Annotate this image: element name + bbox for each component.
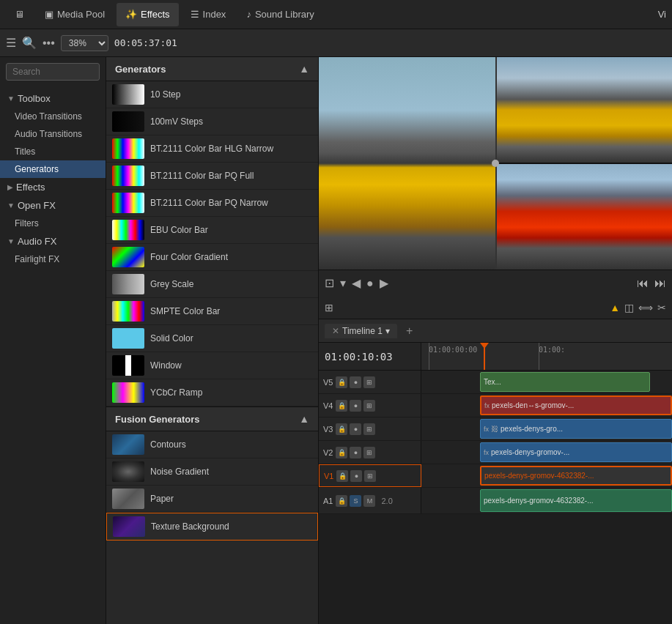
track-eye-btn-v1[interactable]: ● [350,470,362,482]
sidebar-item-generators[interactable]: Generators [0,160,106,178]
generator-item-solid[interactable]: Solid Color [106,325,318,352]
prev-frame-btn[interactable]: ◀ [352,276,361,290]
track-body-a1[interactable]: pexels-denys-gromov-4632382-... [421,488,672,513]
generator-item-10step[interactable]: 10 Step [106,81,318,108]
fusion-generator-item-noise[interactable]: Noise Gradient [106,458,318,486]
sidebar-item-fairlight-fx[interactable]: Fairlight FX [0,250,106,268]
next-frame-btn[interactable]: ▶ [380,276,388,290]
zoom-selector[interactable]: 38% 50% 100% [61,35,108,51]
timeline-tab[interactable]: ✕ Timeline 1 ▾ [325,324,397,338]
frame-selector-btn[interactable]: ⊡ [325,276,334,290]
track-eye-btn-v4[interactable]: ● [350,400,361,412]
sidebar-item-filters[interactable]: Filters [0,215,106,232]
track-clip-v1[interactable]: pexels-denys-gromov-4632382-... [480,466,672,486]
ruler-tick-1 [539,343,539,370]
fusion-generator-item-contours[interactable]: Contours [106,431,318,458]
track-clip-v4[interactable]: fx pexels-den↔s-gromov-... [480,395,672,415]
mark-btn[interactable]: ● [366,277,374,290]
generator-item-smpte[interactable]: SMPTE Color Bar [106,298,318,325]
generator-item-bt2111-pq[interactable]: BT.2111 Color Bar PQ Full [106,163,318,190]
generator-thumb-ycbcr [112,382,144,403]
track-clip-v3[interactable]: fx ⛓ pexels-denys-gro... [480,419,672,439]
track-lock-btn-v1[interactable]: 🔒 [336,470,348,482]
timeline-ruler[interactable]: 01:00:00:00 01:00: [421,343,672,370]
toolbox-label: Toolbox [18,93,51,104]
blade-tool[interactable]: ✂ [657,302,666,313]
track-src-btn-v3[interactable]: ⊞ [363,423,375,435]
select-tool[interactable]: ▲ [610,302,620,313]
sidebar-item-titles[interactable]: Titles [0,143,106,160]
screen-icon: 🖥 [15,9,24,20]
track-body-v3[interactable]: fx ⛓ pexels-denys-gro... [421,417,672,440]
track-src-btn-v5[interactable]: ⊞ [363,376,375,388]
track-lock-btn-a1[interactable]: 🔒 [336,495,347,507]
menu-icon[interactable]: ☰ [6,36,16,50]
fusion-generator-item-texture[interactable]: Texture Background [106,513,318,541]
sidebar-item-audio-transitions[interactable]: Audio Transitions [0,125,106,143]
track-controls-v2: 🔒 ● ⊞ [336,447,375,458]
track-lock-btn-v2[interactable]: 🔒 [336,447,347,458]
track-m-btn-a1[interactable]: M [363,495,375,507]
dropdown-arrow[interactable]: ▾ [340,276,346,290]
track-src-btn-v2[interactable]: ⊞ [363,447,375,458]
generator-item-ebu[interactable]: EBU Color Bar [106,217,318,244]
track-lock-btn-v3[interactable]: 🔒 [336,423,347,435]
generators-collapse-btn[interactable]: ▲ [299,63,309,75]
generator-item-bt2111-pq2[interactable]: BT.2111 Color Bar PQ Narrow [106,190,318,217]
ripple-tool[interactable]: ⟺ [638,302,653,313]
fusion-generators-collapse-btn[interactable]: ▲ [299,413,309,425]
search-input[interactable] [6,63,100,81]
nav-item-sound-library[interactable]: ♪ Sound Library [237,3,322,26]
generator-item-bt2111-hlg[interactable]: BT.2111 Color Bar HLG Narrow [106,135,318,163]
generators-label: Generators [15,164,59,174]
generator-item-four-color[interactable]: Four Color Gradient [106,244,318,271]
track-header-a1: A1 🔒 S M 2.0 [319,488,421,513]
nav-item-index[interactable]: ☰ Index [182,3,235,26]
timeline-grid-icon[interactable]: ⊞ [325,302,333,313]
top-nav: 🖥 ▣ Media Pool ✨ Effects ☰ Index ♪ Sound… [0,0,672,29]
track-name-a1: A1 [323,497,333,505]
generator-item-100mv[interactable]: 100mV Steps [106,108,318,135]
add-timeline-btn[interactable]: + [406,324,413,338]
track-lock-btn-v5[interactable]: 🔒 [336,376,347,388]
fx-badge-v4: fx [484,402,490,409]
nav-item-screen[interactable]: 🖥 [6,3,33,26]
timeline-tab-close[interactable]: ✕ [332,326,339,336]
track-body-v2[interactable]: fx pexels-denys-gromov-... [421,441,672,464]
playhead[interactable] [484,343,485,370]
track-lock-btn-v4[interactable]: 🔒 [336,400,347,412]
track-body-v1[interactable]: pexels-denys-gromov-4632382-... [421,464,672,487]
track-clip-a1[interactable]: pexels-denys-gromov-4632382-... [480,489,672,512]
track-src-btn-v1[interactable]: ⊞ [364,470,376,482]
search-icon[interactable]: 🔍 [22,36,37,50]
track-eye-btn-v3[interactable]: ● [350,423,361,435]
track-body-v5[interactable]: Tex... [421,371,672,393]
track-eye-btn-v2[interactable]: ● [350,447,361,458]
generator-item-greyscale[interactable]: Grey Scale [106,271,318,298]
skip-end-btn[interactable]: ⏭ [654,277,666,290]
track-eye-btn-v5[interactable]: ● [350,376,361,388]
track-body-v4[interactable]: fx pexels-den↔s-gromov-... [421,394,672,417]
open-fx-header[interactable]: ▼ Open FX [0,196,106,215]
toolbox-header[interactable]: ▼ Toolbox [0,89,106,108]
audio-fx-header[interactable]: ▼ Audio FX [0,232,106,250]
more-options-icon[interactable]: ••• [43,37,55,50]
skip-start-btn[interactable]: ⏮ [637,277,649,290]
nav-item-effects[interactable]: ✨ Effects [117,3,179,26]
sidebar-item-video-transitions[interactable]: Video Transitions [0,108,106,125]
track-s-btn-a1[interactable]: S [350,495,361,507]
generator-item-window[interactable]: Window [106,352,318,379]
track-clip-v2[interactable]: fx pexels-denys-gromov-... [480,442,672,462]
nav-item-media-pool[interactable]: ▣ Media Pool [36,3,114,26]
effects-header[interactable]: ▶ Effects [0,178,106,196]
sound-library-icon: ♪ [246,9,251,20]
left-sidebar: ▼ Toolbox Video Transitions Audio Transi… [0,57,106,624]
track-clip-v5[interactable]: Tex... [480,372,650,392]
fusion-generator-item-paper[interactable]: Paper [106,486,318,513]
track-src-btn-v4[interactable]: ⊞ [363,400,375,412]
trim-tool[interactable]: ◫ [624,302,634,313]
generator-item-ycbcr[interactable]: YCbCr Ramp [106,379,318,406]
fusion-generators-header: Fusion Generators ▲ [106,406,318,431]
preview-split-handle[interactable] [492,160,499,167]
timeline-tab-dropdown[interactable]: ▾ [385,326,390,336]
